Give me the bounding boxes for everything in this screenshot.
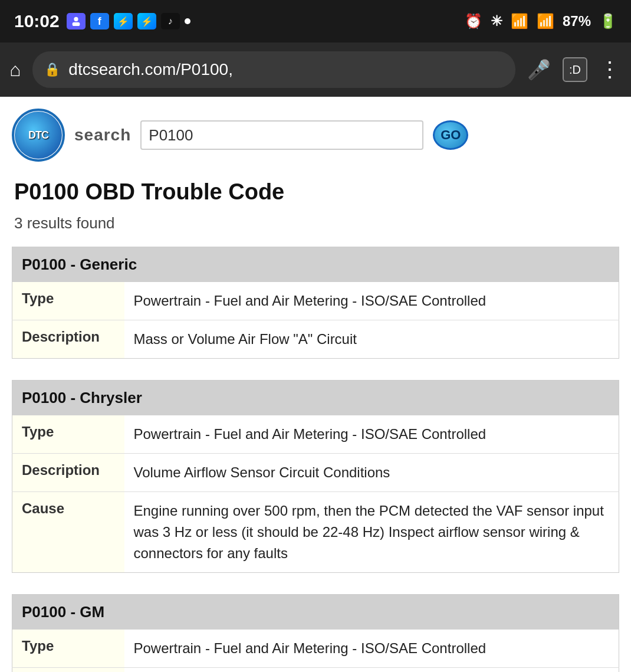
row-value-1-2: Engine running over 500 rpm, then the PC… — [124, 492, 619, 573]
row-label-1-0: Type — [12, 415, 124, 454]
lock-icon: 🔒 — [44, 62, 60, 77]
result-table-1: P0100 - ChryslerTypePowertrain - Fuel an… — [12, 380, 619, 573]
table-row: TypePowertrain - Fuel and Air Metering -… — [12, 630, 619, 668]
messenger2-icon: ⚡ — [137, 13, 156, 29]
table-row: DescriptionMAF Sensor Insufficient Activ… — [12, 668, 619, 673]
teams-icon — [67, 13, 86, 29]
result-header-1: P0100 - Chrysler — [12, 381, 619, 416]
smiley-button[interactable]: :D — [563, 57, 587, 82]
row-label-1-1: Description — [12, 454, 124, 492]
row-value-2-0: Powertrain - Fuel and Air Metering - ISO… — [124, 630, 619, 668]
row-value-0-1: Mass or Volume Air Flow "A" Circuit — [124, 320, 619, 359]
row-value-2-1: MAF Sensor Insufficient Activity Conditi… — [124, 668, 619, 673]
row-value-1-0: Powertrain - Fuel and Air Metering - ISO… — [124, 415, 619, 454]
signal-icon: 📶 — [537, 13, 554, 29]
header-row: DTC search GO — [12, 109, 619, 162]
logo-inner: DTC — [15, 112, 62, 159]
wifi-icon: 📶 — [511, 13, 528, 29]
svg-rect-1 — [72, 22, 80, 26]
result-table-0: P0100 - GenericTypePowertrain - Fuel and… — [12, 247, 619, 359]
table-row: CauseEngine running over 500 rpm, then t… — [12, 492, 619, 573]
url-bar[interactable]: 🔒 dtcsearch.com/P0100, — [32, 51, 515, 88]
messenger-icon: ⚡ — [114, 13, 133, 29]
battery-icon: 🔋 — [599, 13, 617, 29]
logo-dtc-text: DTC — [28, 129, 48, 142]
table-row: DescriptionVolume Airflow Sensor Circuit… — [12, 454, 619, 492]
status-time: 10:02 — [14, 11, 60, 31]
logo-search-label: search — [74, 126, 131, 145]
bluetooth-icon: ✳ — [491, 13, 502, 29]
row-value-0-0: Powertrain - Fuel and Air Metering - ISO… — [124, 282, 619, 320]
more-options-icon[interactable]: ⋮ — [599, 57, 622, 82]
page-title: P0100 OBD Trouble Code — [14, 179, 619, 205]
row-label-2-1: Description — [12, 668, 124, 673]
alarm-icon: ⏰ — [465, 13, 482, 29]
row-label-2-0: Type — [12, 630, 124, 668]
facebook-icon: f — [90, 13, 109, 29]
row-value-1-1: Volume Airflow Sensor Circuit Conditions — [124, 454, 619, 492]
go-button[interactable]: GO — [433, 120, 468, 150]
result-header-0: P0100 - Generic — [12, 247, 619, 283]
table-row: TypePowertrain - Fuel and Air Metering -… — [12, 282, 619, 320]
row-label-0-0: Type — [12, 282, 124, 320]
main-content: DTC search GO P0100 OBD Trouble Code 3 r… — [0, 97, 631, 672]
result-header-2: P0100 - GM — [12, 595, 619, 630]
notification-dot — [185, 18, 190, 24]
results-count: 3 results found — [14, 214, 619, 232]
table-row: TypePowertrain - Fuel and Air Metering -… — [12, 415, 619, 454]
dtc-logo: DTC — [12, 109, 65, 162]
microphone-icon[interactable]: 🎤 — [527, 58, 551, 81]
svg-point-0 — [74, 17, 78, 21]
home-icon[interactable]: ⌂ — [9, 59, 21, 81]
row-label-0-1: Description — [12, 320, 124, 359]
tiktok-icon: ♪ — [161, 13, 180, 29]
status-icons: f ⚡ ⚡ ♪ — [67, 13, 190, 29]
status-right: ⏰ ✳ 📶 📶 87% 🔋 — [465, 13, 617, 29]
battery-percent: 87% — [563, 13, 591, 29]
row-label-1-2: Cause — [12, 492, 124, 573]
table-row: DescriptionMass or Volume Air Flow "A" C… — [12, 320, 619, 359]
browser-bar: ⌂ 🔒 dtcsearch.com/P0100, 🎤 :D ⋮ — [0, 42, 631, 97]
url-text: dtcsearch.com/P0100, — [68, 60, 504, 79]
result-table-2: P0100 - GMTypePowertrain - Fuel and Air … — [12, 594, 619, 672]
status-left: 10:02 f ⚡ ⚡ ♪ — [14, 11, 190, 31]
results-container: P0100 - GenericTypePowertrain - Fuel and… — [12, 247, 619, 672]
status-bar: 10:02 f ⚡ ⚡ ♪ ⏰ ✳ 📶 📶 87% 🔋 — [0, 0, 631, 42]
search-input[interactable] — [140, 120, 423, 150]
